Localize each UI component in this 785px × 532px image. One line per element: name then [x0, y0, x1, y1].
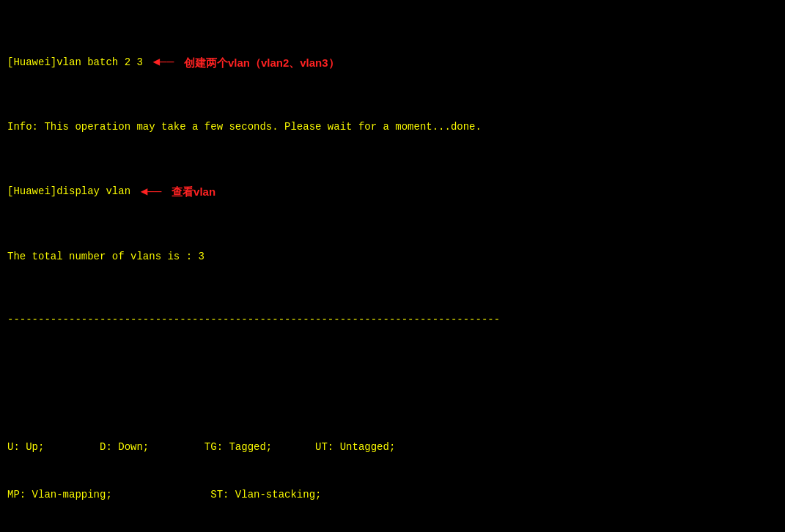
- total-line: The total number of vlans is : 3: [7, 249, 778, 265]
- terminal-window: [Huawei]vlan batch 2 3 ◀—— 创建两个vlan（vlan…: [0, 0, 785, 532]
- cmd-text-2: [Huawei]display vlan: [7, 184, 130, 200]
- annotation-text-1: 创建两个vlan（vlan2、vlan3）: [184, 54, 339, 71]
- separator-1: ----------------------------------------…: [7, 312, 778, 328]
- annotation-text-2: 查看vlan: [172, 183, 215, 200]
- cmd-text-1: [Huawei]vlan batch 2 3: [7, 55, 143, 71]
- info-line-1: Info: This operation may take a few seco…: [7, 119, 778, 136]
- legend-line-2: MP: Vlan-mapping; ST: Vlan-stacking;: [7, 487, 778, 503]
- cmd-line-1: [Huawei]vlan batch 2 3 ◀—— 创建两个vlan（vlan…: [7, 53, 778, 72]
- legend-line-1: U: Up; D: Down; TG: Tagged; UT: Untagged…: [7, 440, 778, 456]
- arrow-1: ◀——: [146, 53, 181, 72]
- arrow-2: ◀——: [133, 183, 169, 202]
- cmd-line-2: [Huawei]display vlan ◀—— 查看vlan: [7, 183, 778, 202]
